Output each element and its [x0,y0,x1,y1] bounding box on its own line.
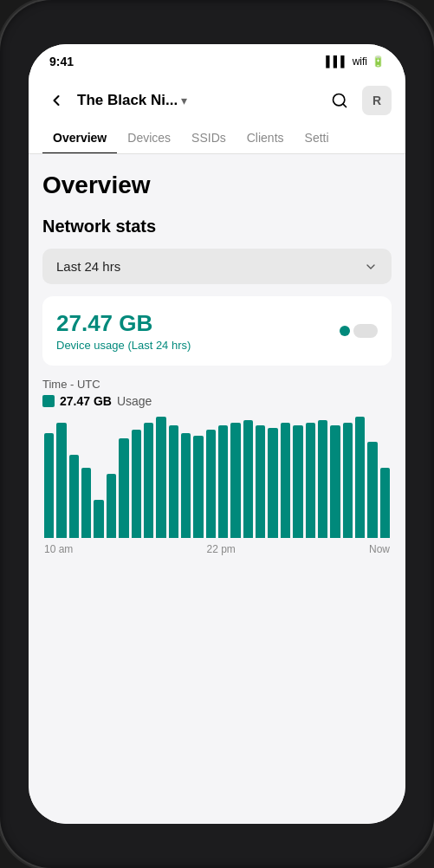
header-title: The Black Ni... [77,92,178,109]
header-right: R [326,86,392,115]
header-left: The Black Ni... ▾ [42,87,187,114]
chart-bars [42,417,392,538]
chart-time-label: Time - UTC [42,378,392,391]
stats-sublabel: Device usage (Last 24 hrs) [56,339,191,352]
chart-bar [181,433,191,538]
legend-unit: Usage [117,394,152,408]
chart-bar [94,500,103,538]
header: The Black Ni... ▾ R [29,79,405,115]
chart-label-22pm: 22 pm [206,543,235,555]
network-stats-title: Network stats [42,217,392,236]
status-bar: 9:41 ▌▌▌ wifi 🔋 [29,44,405,79]
chart-bar [256,425,265,538]
chart-bar [268,428,277,538]
header-title-area[interactable]: The Black Ni... ▾ [77,92,187,109]
chart-x-labels: 10 am 22 pm Now [42,543,392,555]
time-filter-label: Last 24 hrs [56,259,120,274]
chart-container: 10 am 22 pm Now [42,417,392,555]
battery-icon: 🔋 [372,55,385,68]
content-area: Overview Network stats Last 24 hrs 27.47… [29,154,405,824]
chart-bar [380,468,390,538]
page-title: Overview [42,172,392,199]
chart-bar [132,430,141,538]
chart-bar [330,425,340,538]
tab-devices[interactable]: Devices [117,122,181,153]
phone-screen: 9:41 ▌▌▌ wifi 🔋 The Black Ni... ▾ [29,44,405,824]
chart-bar [107,474,116,538]
tab-settings[interactable]: Setti [295,122,340,153]
phone-shell: 9:41 ▌▌▌ wifi 🔋 The Black Ni... ▾ [0,0,434,868]
chart-bar [193,436,203,538]
chevron-down-icon: ▾ [181,94,187,107]
chart-bar [81,468,91,538]
chart-bar [56,423,66,538]
chart-bar [156,417,165,538]
status-time: 9:41 [49,55,74,68]
chart-bar [69,455,79,538]
chart-bar [343,423,353,538]
toggle-track [353,324,378,338]
chart-bar [218,425,228,538]
chart-bar [306,423,315,538]
tab-ssids[interactable]: SSIDs [181,122,236,153]
chart-bar [281,423,290,538]
tabs: Overview Devices SSIDs Clients Setti [29,122,405,154]
stats-value: 27.47 GB [56,310,191,337]
chart-bar [355,417,365,538]
chart-bar [206,430,216,538]
avatar-button[interactable]: R [362,86,392,115]
legend-value: 27.47 GB [60,394,112,408]
chart-bar [367,442,377,538]
search-button[interactable] [326,87,353,114]
stats-card: 27.47 GB Device usage (Last 24 hrs) [42,296,392,366]
chart-bar [169,425,178,538]
tab-overview[interactable]: Overview [42,122,117,153]
wifi-icon: wifi [353,55,367,68]
chart-bar [318,420,327,538]
toggle-area[interactable] [340,324,378,338]
svg-line-1 [343,104,347,107]
toggle-dot [340,326,350,336]
chart-bar [230,423,240,538]
legend-color-box [42,395,55,407]
chart-bar [293,425,302,538]
stats-info: 27.47 GB Device usage (Last 24 hrs) [56,310,191,352]
chart-label-now: Now [369,543,390,555]
chart-legend: 27.47 GB Usage [42,394,392,408]
dropdown-chevron-icon [364,260,378,274]
chart-bar [119,438,128,538]
time-filter-dropdown[interactable]: Last 24 hrs [42,249,392,284]
chart-bar [44,433,54,538]
chart-bar [144,423,153,538]
status-icons: ▌▌▌ wifi 🔋 [326,55,385,68]
content-inner: Overview Network stats Last 24 hrs 27.47… [29,154,405,573]
signal-icon: ▌▌▌ [326,55,348,68]
chart-bar [243,420,253,538]
chart-label-10am: 10 am [44,543,73,555]
tab-clients[interactable]: Clients [236,122,295,153]
back-button[interactable] [42,87,70,114]
legend-entry: 27.47 GB Usage [42,394,152,408]
chart-section: Time - UTC 27.47 GB Usage 10 am [42,378,392,555]
